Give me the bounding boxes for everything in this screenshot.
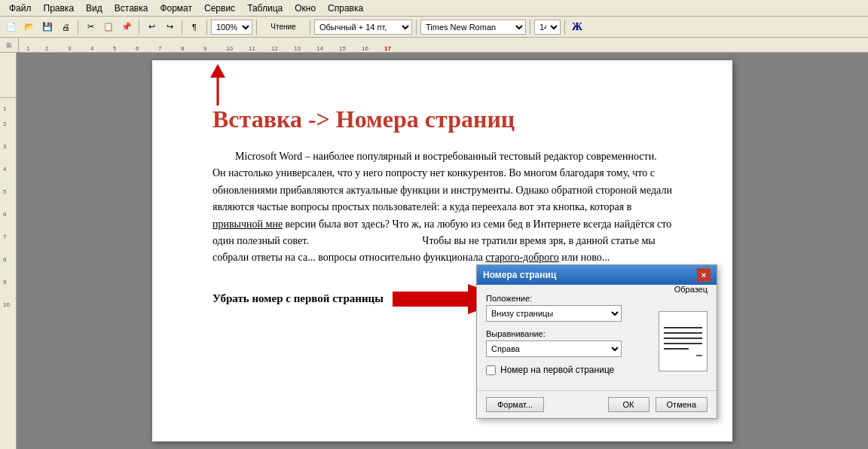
ok-button[interactable]: ОК: [608, 397, 649, 412]
underline-text: привычной мне: [212, 218, 283, 230]
menu-service[interactable]: Сервис: [198, 2, 241, 15]
btn-paragraph[interactable]: ¶: [186, 19, 203, 35]
dialog-close-button[interactable]: ×: [697, 268, 711, 282]
sep3: [182, 20, 182, 35]
vruler-8: 8: [3, 256, 6, 263]
preview-line-short: [664, 348, 689, 350]
ruler-tick: 10: [226, 45, 233, 52]
ruler-tick: 1: [26, 45, 29, 52]
ruler-tick: 4: [90, 45, 93, 52]
sep7: [416, 20, 417, 35]
preview-line: [664, 327, 702, 328]
checkbox-label: Номер на первой странице: [500, 365, 614, 375]
toolbar-main: 📄 📂 💾 🖨 ✂ 📋 📌 ↩ ↪ ¶ 100% Чтение Обычный …: [0, 17, 868, 38]
cancel-button[interactable]: Отмена: [656, 397, 708, 412]
menu-edit[interactable]: Правка: [38, 2, 81, 15]
content-area: 1 2 3 4 5 6 7 8 9 10 Вставка -> Ном: [0, 53, 868, 449]
ruler-tick: 13: [294, 45, 301, 52]
dialog-body: Образец Положение: Внизу страницы: [477, 285, 717, 390]
ruler-marks: 1 2 3 4 5 6 7 8 9 10 11 12 13 14 15 16 1…: [19, 38, 868, 53]
btn-print[interactable]: 🖨: [57, 19, 74, 35]
menu-view[interactable]: Вид: [80, 2, 108, 15]
page-container: Вставка -> Номера страниц Microsoft Word…: [17, 53, 868, 449]
menu-window[interactable]: Окно: [289, 2, 322, 15]
first-page-checkbox[interactable]: [486, 365, 496, 375]
page-title: Вставка -> Номера страниц: [212, 105, 672, 133]
btn-bold[interactable]: Ж: [569, 19, 585, 35]
sep1: [78, 20, 78, 35]
btn-cut[interactable]: ✂: [82, 19, 99, 35]
btn-paste[interactable]: 📌: [118, 19, 135, 35]
bold-line-text: Убрать номер с первой страницы: [212, 292, 384, 305]
ruler-tick: 3: [68, 45, 71, 52]
vruler-3: 3: [3, 143, 6, 150]
btn-save[interactable]: 💾: [39, 19, 56, 35]
btn-copy[interactable]: 📋: [100, 19, 117, 35]
menu-file[interactable]: Файл: [3, 2, 38, 15]
menu-help[interactable]: Справка: [322, 2, 369, 15]
ruler-horizontal: ⊞ 1 2 3 4 5 6 7 8 9 10 11 12 13 14 15 16…: [0, 38, 868, 53]
ruler-tick: 5: [113, 45, 116, 52]
preview-line: [664, 343, 702, 344]
menu-table[interactable]: Таблица: [241, 2, 289, 15]
underline-text2: старого-доброго: [485, 252, 558, 263]
btn-new[interactable]: 📄: [3, 19, 20, 35]
ruler-tick: 14: [316, 45, 323, 52]
position-label: Положение:: [486, 294, 708, 303]
vruler-9: 9: [3, 279, 6, 286]
ruler-tick: 9: [203, 45, 206, 52]
preview-page-number: [696, 355, 702, 356]
ruler-tick: 7: [158, 45, 161, 52]
ruler-tick: 2: [45, 45, 48, 52]
ruler-tick: 11: [249, 45, 255, 52]
vruler-2: 2: [3, 121, 6, 127]
btn-open[interactable]: 📂: [21, 19, 38, 35]
sep4: [206, 20, 207, 35]
preview-line: [664, 332, 702, 334]
btn-undo[interactable]: ↩: [143, 19, 160, 35]
sep2: [139, 20, 139, 35]
ruler-corner: ⊞: [6, 41, 12, 49]
vruler-1: 1: [3, 105, 6, 112]
sep5: [256, 20, 257, 35]
zoom-select[interactable]: 100%: [211, 20, 252, 35]
ruler-tick: 16: [362, 45, 368, 52]
alignment-select[interactable]: Справа: [486, 341, 622, 357]
ruler-vertical: 1 2 3 4 5 6 7 8 9 10: [0, 53, 17, 449]
sep6: [310, 20, 310, 35]
vruler-7: 7: [3, 234, 6, 240]
ruler-tick: 8: [181, 45, 184, 52]
preview-line: [664, 338, 702, 339]
font-select[interactable]: Times New Roman: [420, 20, 526, 35]
svg-marker-1: [210, 64, 225, 78]
menu-format[interactable]: Формат: [154, 2, 198, 15]
ruler-tick: 12: [271, 45, 278, 52]
dialog-title-text: Номера страниц: [483, 270, 556, 280]
vruler-5: 5: [3, 188, 6, 195]
menu-bar: Файл Правка Вид Вставка Формат Сервис Та…: [0, 0, 868, 17]
vruler-6: 6: [3, 211, 6, 218]
position-select[interactable]: Внизу страницы: [486, 305, 622, 322]
dialog-title-bar: Номера страниц ×: [477, 265, 717, 285]
ruler-tick: 15: [339, 45, 346, 52]
page-numbers-dialog[interactable]: Номера страниц × Образец Положение:: [476, 264, 717, 419]
menu-insert[interactable]: Вставка: [108, 2, 154, 15]
size-select[interactable]: 14: [534, 20, 561, 35]
format-button[interactable]: Формат...: [486, 397, 544, 412]
vruler-10: 10: [3, 301, 10, 308]
preview-label: Образец: [674, 285, 708, 294]
sep8: [530, 20, 530, 35]
btn-redo[interactable]: ↪: [161, 19, 178, 35]
btn-read[interactable]: Чтение: [261, 19, 306, 35]
vruler-4: 4: [3, 166, 6, 173]
style-select[interactable]: Обычный + 14 пт,: [314, 20, 412, 35]
ruler-tick-17: 17: [384, 45, 391, 52]
page-body-text: Microsoft Word – наиболее популярный и в…: [212, 148, 672, 267]
arrow-up-annotation: [206, 64, 244, 108]
ruler-tick: 6: [136, 45, 139, 52]
dialog-footer: Формат... ОК Отмена: [477, 390, 717, 418]
sep9: [564, 20, 565, 35]
document-page: Вставка -> Номера страниц Microsoft Word…: [152, 60, 732, 441]
dialog-preview: [659, 311, 708, 371]
